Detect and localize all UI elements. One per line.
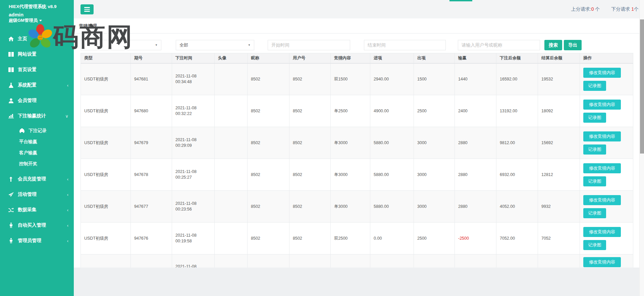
cell-actions: 修改竞猜内容 记录图 [580, 63, 633, 95]
select-arrow-icon: ▼ [155, 44, 158, 47]
edit-bet-content-button[interactable]: 修改竞猜内容 [583, 100, 621, 110]
cell-bet-time: 2021-11-0800:23:56 [172, 191, 215, 223]
cell-user-id: 8502 [289, 223, 331, 254]
edit-bet-content-button[interactable]: 修改竞猜内容 [583, 195, 621, 205]
cell-period: 947681 [131, 63, 172, 95]
cell-in-amount: 0.00 [370, 223, 414, 254]
search-button[interactable]: 搜索 [544, 40, 562, 50]
sidebar-item-deposit-withdraw[interactable]: 会员充提管理 ‹ [0, 171, 74, 187]
record-image-button[interactable]: 记录图 [583, 208, 606, 218]
sidebar-item-customer-winloss[interactable]: 客户输赢 [0, 147, 74, 158]
edit-bet-content-button[interactable]: 修改竞猜内容 [583, 227, 621, 237]
cell-bet-content [331, 254, 370, 268]
table-row: USDT初级房 947678 2021-11-0800:25:27 8502 8… [81, 159, 633, 191]
edit-bet-content-button[interactable]: 修改竞猜内容 [583, 68, 621, 78]
export-button[interactable]: 导出 [564, 40, 582, 50]
sidebar: HIEX代理管理系统 v8.9 admin 超级GM管理员 主页 网站设置 首页… [0, 0, 74, 296]
cell-user-id: 8502 [289, 191, 331, 223]
start-time-input[interactable] [268, 40, 350, 50]
user-search-input[interactable] [458, 40, 540, 50]
chevron-left-icon: ‹ [67, 83, 68, 88]
user-role-dropdown[interactable]: 超级GM管理员 [9, 18, 74, 23]
cell-nickname: 8502 [248, 127, 289, 159]
cell-winloss: 2880 [455, 191, 496, 223]
cell-type: USDT初级房 [81, 127, 131, 159]
person-icon [8, 223, 14, 228]
edit-bet-content-button[interactable]: 修改竞猜内容 [583, 163, 621, 173]
scrollbar[interactable] [639, 0, 644, 296]
cell-out-amount: 2500 [414, 223, 455, 254]
column-header: 操作 [580, 53, 633, 63]
table-row: USDT初级房 947680 2021-11-0800:32:22 8502 8… [81, 95, 633, 127]
record-image-button[interactable]: 记录图 [583, 113, 606, 123]
column-header: 下注后余额 [496, 53, 538, 63]
cell-out-amount: 1500 [414, 63, 455, 95]
type-select[interactable]: ▼ [80, 40, 161, 50]
menu-toggle-button[interactable] [80, 4, 94, 14]
sidebar-submenu: 下注记录 平台输赢 客户输赢 控制开奖 [0, 124, 74, 171]
cell-balance-after-settle: 12812 [538, 159, 580, 191]
cell-user-id: 8502 [289, 127, 331, 159]
sidebar-nav: 主页 网站设置 首页设置 系统配置 ‹ 会员管理 下注输赢统计 ∨ 下注记录 [0, 31, 74, 248]
cell-actions: 修改竞猜内容 记录图 [580, 191, 633, 223]
flask-icon [8, 82, 14, 88]
bet-records-table: 类型期号下注时间头像昵称用户号竞猜内容进项出项输赢下注后余额结算后余额操作 US… [80, 53, 633, 268]
down-score-requests-link[interactable]: 下分请求 1个 [611, 6, 639, 12]
select-arrow-icon: ▼ [248, 44, 251, 47]
sidebar-item-admins[interactable]: 管理员管理 ‹ [0, 233, 74, 248]
edit-bet-content-button[interactable]: 修改竞猜内容 [583, 257, 621, 267]
column-header: 下注时间 [172, 53, 215, 63]
cell-bet-content: 双2500 [331, 223, 370, 254]
column-header: 用户号 [289, 53, 331, 63]
cell-bet-content: 单3000 [331, 127, 370, 159]
sidebar-item-bet-records[interactable]: 下注记录 [0, 125, 74, 136]
record-image-button[interactable]: 记录图 [583, 81, 606, 91]
cell-in-amount: 5880.00 [370, 159, 414, 191]
cell-type [81, 254, 131, 268]
column-header: 结算后余额 [538, 53, 580, 63]
cell-nickname: 8502 [248, 63, 289, 95]
sidebar-item-homepage-settings[interactable]: 首页设置 [0, 62, 74, 77]
sidebar-item-system-config[interactable]: 系统配置 ‹ [0, 77, 74, 93]
sidebar-item-home[interactable]: 主页 [0, 31, 74, 47]
cell-nickname [248, 254, 289, 268]
record-image-button[interactable]: 记录图 [583, 240, 606, 250]
sidebar-item-activities[interactable]: 活动管理 ‹ [0, 187, 74, 202]
send-icon [8, 192, 14, 197]
level-up-icon [8, 176, 14, 182]
cell-type: USDT初级房 [81, 223, 131, 254]
filter-bar: ▼ 全部▼ 搜索 导出 [74, 34, 639, 50]
cell-out-amount: 3000 [414, 191, 455, 223]
cell-bet-time: 2021-11-0800:32:22 [172, 95, 215, 127]
sidebar-brand: HIEX代理管理系统 v8.9 admin 超级GM管理员 [0, 0, 74, 23]
cell-period: 947677 [131, 191, 172, 223]
cell-winloss: 2400 [455, 95, 496, 127]
cell-type: USDT初级房 [81, 159, 131, 191]
table-row: USDT初级房 947679 2021-11-0800:29:09 8502 8… [81, 127, 633, 159]
sidebar-item-data-collect[interactable]: 数据采集 ‹ [0, 202, 74, 218]
sidebar-item-members[interactable]: 会员管理 [0, 93, 74, 108]
scrollbar-thumb[interactable] [640, 19, 644, 154]
record-image-button[interactable]: 记录图 [583, 144, 606, 155]
sidebar-item-platform-winloss[interactable]: 平台输赢 [0, 136, 74, 147]
sidebar-item-control-draw[interactable]: 控制开奖 [0, 158, 74, 169]
cell-avatar [215, 63, 248, 95]
up-score-requests-link[interactable]: 上分请求:0 个 [571, 6, 600, 12]
cell-winloss: 1440 [455, 63, 496, 95]
sidebar-item-auto-buy[interactable]: 自动买入管理 ‹ [0, 218, 74, 233]
page-title: 竞猜管理 [74, 18, 639, 34]
record-image-button[interactable]: 记录图 [583, 176, 606, 186]
status-select[interactable]: 全部▼ [176, 40, 254, 50]
end-time-input[interactable] [364, 40, 446, 50]
main-area: 上分请求:0 个 下分请求 1个 竞猜管理 ▼ 全部▼ 搜索 导出 类型期号下注… [74, 0, 644, 296]
cell-bet-content: 单3000 [331, 191, 370, 223]
cell-avatar [215, 223, 248, 254]
cell-user-id: 8502 [289, 63, 331, 95]
cell-bet-time: 2021-11-0800:25:27 [172, 159, 215, 191]
columns-icon [8, 67, 14, 73]
sidebar-item-site-settings[interactable]: 网站设置 [0, 47, 74, 62]
cell-winloss: -2500 [455, 223, 496, 254]
edit-bet-content-button[interactable]: 修改竞猜内容 [583, 131, 621, 141]
sidebar-item-bet-stats[interactable]: 下注输赢统计 ∨ [0, 108, 74, 124]
chevron-down-icon: ∨ [65, 114, 68, 119]
